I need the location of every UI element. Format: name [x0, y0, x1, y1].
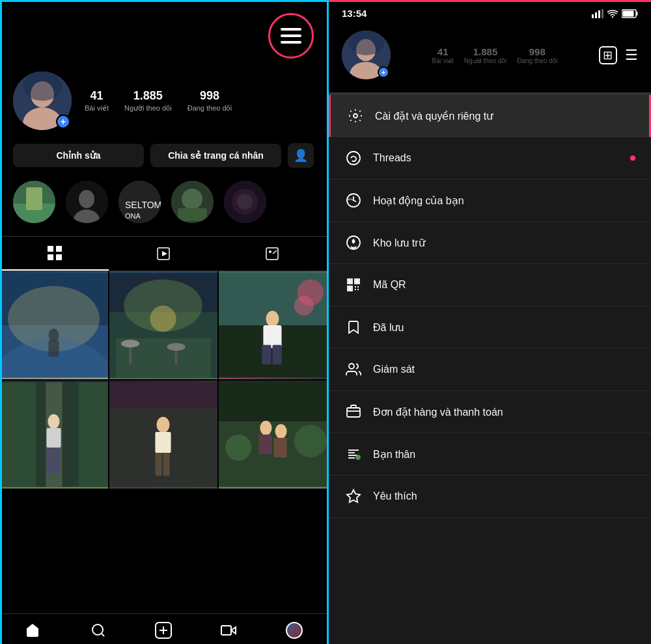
svg-rect-85: [598, 10, 600, 18]
hamburger-line-3: [281, 41, 301, 44]
svg-point-76: [92, 624, 103, 635]
svg-marker-111: [347, 490, 360, 502]
threads-notification-dot: [630, 155, 635, 161]
wifi-icon: [607, 9, 618, 18]
grid-photo-3[interactable]: [219, 271, 327, 379]
highlight-circle-1: [13, 181, 55, 223]
tab-row: [0, 236, 327, 271]
highlight-circle-5: [224, 181, 266, 223]
svg-text:SELTOM: SELTOM: [125, 200, 161, 210]
avatar-plus-button[interactable]: +: [56, 114, 70, 129]
hamburger-icon[interactable]: ☰: [625, 47, 638, 64]
highlight-circle-4: [171, 181, 214, 223]
svg-text:ONA: ONA: [125, 212, 141, 220]
highlight-5[interactable]: [224, 181, 266, 223]
svg-rect-104: [347, 408, 360, 417]
bottom-nav: [0, 613, 327, 644]
mini-followers-count: 1.885: [464, 46, 506, 57]
mini-avatar-plus[interactable]: +: [378, 66, 389, 78]
nav-reels[interactable]: [196, 622, 261, 639]
posts-count: 41: [85, 89, 109, 103]
nav-profile[interactable]: [262, 622, 327, 639]
menu-item-saved[interactable]: Đã lưu: [329, 306, 651, 349]
grid-photo-5[interactable]: [109, 381, 217, 489]
menu-item-settings[interactable]: Cài đặt và quyền riêng tư: [329, 95, 651, 137]
svg-rect-84: [595, 12, 597, 18]
followers-label: Người theo dõi: [124, 104, 172, 113]
svg-point-57: [48, 414, 59, 429]
close-friends-label: Bạn thân: [373, 448, 415, 461]
svg-rect-3: [23, 72, 62, 101]
menu-item-supervision[interactable]: Giám sát: [329, 349, 651, 391]
mini-posts-stat: 41 Bài viết: [432, 46, 454, 64]
menu-item-favorites[interactable]: Yêu thích: [329, 476, 651, 518]
activity-icon: [344, 191, 363, 209]
stats-row: 41 Bài viết 1.885 Người theo dõi 998 Đan…: [85, 89, 232, 113]
svg-point-94: [353, 114, 357, 118]
favorites-icon: [344, 487, 363, 505]
nav-home[interactable]: [0, 622, 65, 639]
menu-item-threads[interactable]: Threads: [329, 137, 651, 180]
svg-rect-59: [46, 448, 52, 474]
share-profile-button[interactable]: Chia sẻ trang cá nhân: [150, 144, 281, 167]
menu-item-orders[interactable]: Đơn đặt hàng và thanh toán: [329, 391, 651, 433]
svg-rect-6: [26, 187, 42, 210]
menu-item-qr[interactable]: Mã QR: [329, 264, 651, 306]
menu-item-close-friends[interactable]: Bạn thân: [329, 433, 651, 476]
grid-photo-2[interactable]: [109, 271, 217, 379]
svg-rect-19: [48, 246, 53, 252]
menu-item-archive[interactable]: Kho lưu trữ: [329, 222, 651, 264]
mini-posts-label: Bài viết: [432, 57, 454, 64]
nav-search[interactable]: [65, 622, 130, 639]
svg-rect-60: [53, 448, 59, 474]
photo-grid: [0, 271, 327, 489]
mini-stats: 41 Bài viết 1.885 Người theo dõi 998 Đan…: [432, 46, 558, 64]
mini-posts-count: 41: [432, 46, 454, 57]
add-content-icon[interactable]: ⊞: [599, 46, 617, 64]
svg-rect-89: [623, 10, 634, 16]
right-panel: 13:54: [329, 0, 651, 644]
highlight-4[interactable]: [171, 181, 214, 223]
highlight-1[interactable]: [13, 181, 55, 223]
grid-tab[interactable]: [0, 237, 109, 271]
status-time: 13:54: [342, 8, 367, 19]
grid-photo-1[interactable]: [0, 271, 108, 379]
right-top-icons: ⊞ ☰: [599, 46, 638, 64]
qr-label: Mã QR: [373, 279, 406, 291]
add-person-button[interactable]: 👤: [288, 143, 314, 168]
threads-icon: [344, 149, 363, 167]
edit-profile-button[interactable]: Chỉnh sửa: [13, 144, 144, 167]
left-panel: + 41 Bài viết 1.885 Người theo dõi 998 Đ…: [0, 0, 329, 644]
svg-point-103: [349, 364, 354, 369]
highlight-2[interactable]: [66, 181, 108, 223]
profile-section: + 41 Bài viết 1.885 Người theo dõi 998 Đ…: [0, 65, 327, 143]
svg-rect-100: [349, 280, 351, 282]
hamburger-menu-button[interactable]: [268, 13, 314, 59]
add-person-icon: 👤: [294, 148, 308, 163]
supervision-label: Giám sát: [373, 364, 415, 375]
svg-point-14: [182, 189, 202, 209]
svg-rect-48: [263, 325, 281, 348]
menu-item-activity[interactable]: Hoạt động của bạn: [329, 180, 651, 222]
posts-label: Bài viết: [85, 104, 109, 113]
svg-rect-15: [178, 208, 207, 221]
svg-point-46: [294, 296, 314, 315]
story-highlights: SELTOM ONA: [0, 181, 327, 236]
right-mini-profile: + 41 Bài viết 1.885 Người theo dõi 998 Đ…: [329, 24, 651, 92]
hamburger-line-1: [281, 28, 301, 31]
svg-point-110: [356, 455, 360, 459]
grid-photo-6[interactable]: [219, 381, 327, 489]
reels-tab[interactable]: [109, 237, 217, 271]
orders-label: Đơn đặt hàng và thanh toán: [373, 406, 503, 418]
qr-icon: [344, 276, 363, 294]
nav-add[interactable]: [131, 622, 196, 639]
tagged-tab[interactable]: [218, 237, 327, 271]
grid-photo-4[interactable]: [0, 381, 108, 489]
svg-rect-82: [221, 626, 231, 635]
nav-avatar: [286, 622, 303, 639]
svg-point-31: [48, 329, 59, 342]
svg-rect-58: [46, 428, 61, 448]
supervision-icon: [344, 360, 363, 379]
svg-marker-81: [231, 627, 236, 634]
highlight-3[interactable]: SELTOM ONA: [118, 181, 161, 223]
